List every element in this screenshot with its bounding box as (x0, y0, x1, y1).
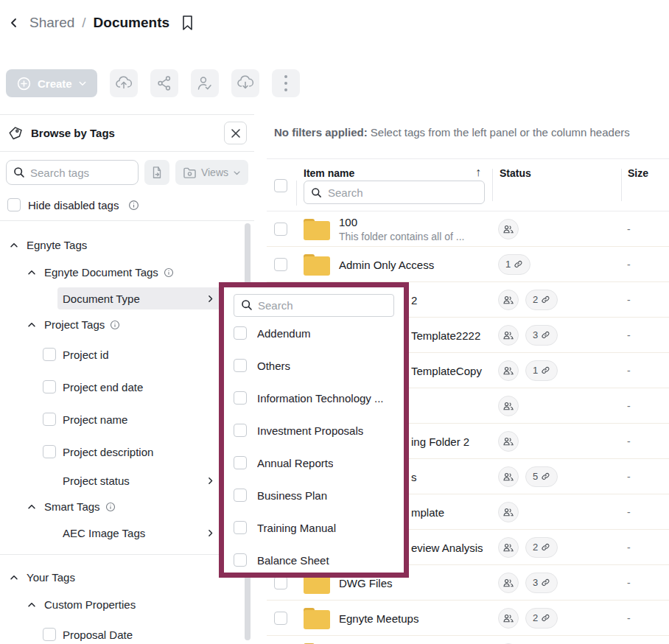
links-count-badge[interactable]: 5 (525, 466, 558, 487)
column-header-size[interactable]: Size (628, 167, 648, 179)
search-icon (13, 167, 25, 178)
upload-cloud-button[interactable] (110, 69, 138, 97)
popup-option[interactable]: Addendum (234, 317, 394, 349)
option-checkbox[interactable] (234, 521, 247, 534)
item-name[interactable]: eview Analysis (411, 541, 483, 553)
export-tags-button[interactable] (144, 160, 169, 185)
share-button[interactable] (150, 69, 178, 97)
tag-checkbox[interactable] (43, 628, 56, 641)
hide-disabled-checkbox[interactable] (7, 198, 21, 211)
shared-users-badge[interactable] (498, 608, 519, 629)
links-count-badge[interactable]: 3 (525, 325, 558, 346)
tree-submenu-item[interactable]: Project status (0, 468, 254, 493)
shared-users-badge[interactable] (498, 290, 519, 310)
tag-checkbox[interactable] (43, 413, 56, 426)
views-button[interactable]: Views (175, 160, 248, 185)
item-name[interactable]: ing Folder 2 (411, 435, 469, 447)
links-count-badge[interactable]: 2 (525, 290, 558, 310)
shared-users-badge[interactable] (498, 219, 519, 239)
tree-submenu-item[interactable]: AEC Image Tags (0, 520, 254, 545)
tree-group[interactable]: Custom Properties (0, 591, 254, 618)
item-name[interactable]: 2 (411, 293, 417, 306)
tree-group[interactable]: Project Tags (0, 311, 254, 338)
item-name[interactable]: mplate (411, 505, 444, 518)
panel-search-row: Views (0, 152, 254, 191)
tag-checkbox[interactable] (43, 348, 56, 361)
chevron-right-icon (206, 476, 215, 486)
item-name[interactable]: Admin Only Access (339, 258, 434, 270)
item-name[interactable]: Template2222 (411, 329, 480, 341)
tree-tag-item[interactable]: Project id (0, 338, 254, 371)
links-count-badge[interactable]: 2 (525, 608, 558, 629)
option-checkbox[interactable] (234, 391, 247, 405)
breadcrumb-parent[interactable]: Shared (29, 15, 74, 31)
item-size: - (627, 259, 631, 270)
option-checkbox[interactable] (234, 326, 247, 340)
status-cell: 3 (498, 325, 558, 346)
shared-users-badge[interactable] (498, 431, 519, 452)
popup-option[interactable]: Training Manual (234, 511, 394, 544)
tree-group[interactable]: Smart Tags (0, 493, 254, 520)
shared-users-badge[interactable] (498, 360, 519, 381)
row-checkbox[interactable] (274, 258, 287, 271)
tree-tag-item[interactable]: Project description (0, 435, 254, 468)
back-chevron-icon[interactable] (6, 15, 22, 31)
table-row[interactable] (267, 636, 669, 644)
popup-search-input[interactable] (234, 294, 394, 317)
links-count-badge[interactable]: 1 (498, 254, 530, 275)
tree-tag-item[interactable]: Proposal Date (0, 618, 254, 644)
item-name[interactable]: Egnyte Meetups (339, 612, 418, 624)
bookmark-icon[interactable] (181, 15, 194, 31)
sort-ascending-icon[interactable]: ↑ (475, 166, 481, 179)
table-row[interactable]: Egnyte Meetups 2 - (267, 601, 669, 636)
popup-option[interactable]: Information Technology ... (234, 382, 394, 414)
tag-checkbox[interactable] (43, 380, 56, 393)
tree-tag-item[interactable]: Project name (0, 403, 254, 435)
popup-option[interactable]: Business Plan (234, 479, 394, 511)
download-cloud-button[interactable] (231, 69, 259, 97)
status-cell (498, 219, 519, 239)
column-header-item-name[interactable]: Item name (304, 167, 354, 179)
select-all-checkbox[interactable] (274, 179, 287, 192)
search-tags-input[interactable] (6, 160, 139, 185)
option-checkbox[interactable] (234, 553, 247, 567)
links-count-badge[interactable]: 1 (525, 360, 558, 381)
shared-users-badge[interactable] (498, 573, 519, 593)
popup-option[interactable]: Annual Reports (234, 447, 394, 479)
links-count: 3 (533, 577, 538, 588)
tree-group[interactable]: Egnyte Document Tags (0, 259, 254, 286)
tree-group[interactable]: Your Tags (0, 564, 254, 591)
table-row[interactable]: 100 This folder contains all of ... - (267, 211, 669, 247)
column-header-status[interactable]: Status (500, 167, 531, 179)
option-checkbox[interactable] (234, 424, 247, 437)
popup-option[interactable]: Balance Sheet (234, 544, 394, 576)
tree-tag-item[interactable]: Project end date (0, 371, 254, 403)
option-checkbox[interactable] (234, 359, 247, 372)
row-checkbox[interactable] (274, 223, 287, 236)
shared-users-badge[interactable] (498, 502, 519, 522)
popup-option[interactable]: Investment Proposals (234, 414, 394, 447)
option-checkbox[interactable] (234, 456, 247, 469)
more-options-button[interactable] (272, 69, 300, 97)
tag-checkbox[interactable] (43, 445, 56, 458)
create-button[interactable]: Create (6, 69, 97, 97)
close-panel-button[interactable] (224, 122, 247, 144)
shared-users-badge[interactable] (498, 466, 519, 487)
shared-users-badge[interactable] (498, 396, 519, 416)
links-count-badge[interactable]: 2 (525, 537, 558, 558)
row-checkbox[interactable] (274, 612, 287, 625)
shared-users-badge[interactable] (498, 325, 519, 346)
table-row[interactable]: Admin Only Access 1 - (267, 247, 669, 282)
option-checkbox[interactable] (234, 489, 247, 502)
links-count-badge[interactable]: 3 (525, 573, 558, 593)
shared-users-badge[interactable] (498, 537, 519, 558)
item-name[interactable]: s (411, 470, 417, 483)
user-check-button[interactable] (191, 69, 219, 97)
item-size: - (627, 471, 631, 483)
item-name[interactable]: 100 (339, 216, 464, 228)
item-name-search-input[interactable] (304, 181, 485, 204)
tree-group[interactable]: Egnyte Tags (0, 231, 254, 259)
popup-option[interactable]: Others (234, 349, 394, 382)
tree-submenu-item[interactable]: Document Type (0, 286, 254, 311)
item-name[interactable]: TemplateCopy (411, 364, 482, 377)
